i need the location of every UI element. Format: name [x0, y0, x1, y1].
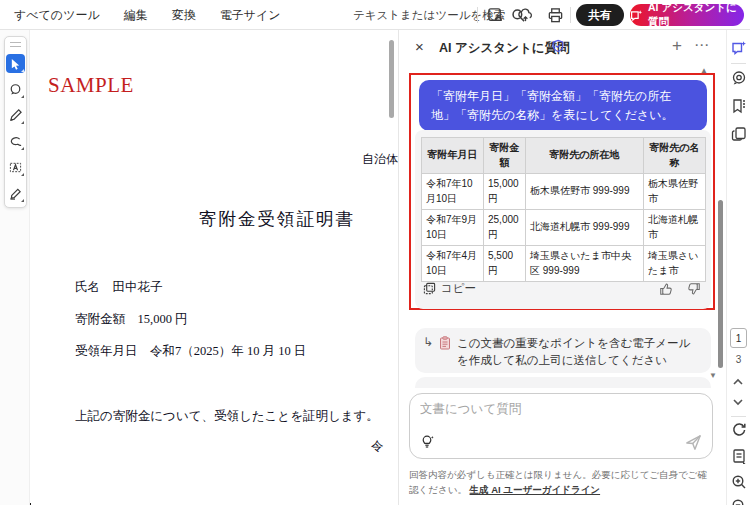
top-toolbar: すべてのツール 編集 変換 電子サイン テキストまたはツールを検索 共有 [0, 0, 750, 30]
col-header: 寄附金額 [484, 138, 526, 174]
copy-button[interactable]: コピー [423, 281, 476, 296]
table-row: 令和7年4月10日 5,500円 埼玉県さいたま市中央区 999-999 埼玉県… [422, 246, 706, 282]
copy-label: コピー [441, 281, 476, 296]
page-fit-icon[interactable] [731, 448, 747, 464]
ai-button-label: AI アシスタントに質問 [648, 1, 744, 29]
more-options-icon[interactable]: ⋯ [694, 36, 710, 54]
current-page-value: 1 [736, 333, 742, 344]
search-label: テキストまたはツールを検索 [353, 8, 505, 23]
lasso-tool-button[interactable] [6, 132, 25, 151]
send-icon[interactable] [684, 433, 703, 452]
panel-header: × AI アシスタントに質問 + ⋯ [399, 30, 726, 66]
chat-input-box [409, 393, 713, 459]
zoom-out-icon[interactable] [731, 498, 747, 505]
menu-convert[interactable]: 変換 [172, 7, 196, 24]
cell-amount: 15,000円 [484, 174, 526, 210]
new-chat-icon[interactable]: + [672, 36, 682, 56]
cell-amount: 25,000円 [484, 210, 526, 246]
ai-assistant-panel-icon[interactable] [731, 40, 747, 56]
response-actions: コピー [423, 281, 703, 303]
assistant-response-card: 寄附年月日 寄附金額 寄附先の所在地 寄附先の名称 令和7年10月10日 15,… [415, 130, 711, 309]
close-icon[interactable]: × [415, 38, 424, 55]
cell-name: 埼玉県さいたま市 [644, 246, 706, 282]
doc-corner-text: 自治体 [362, 151, 398, 168]
cell-address: 埼玉県さいたま市中央区 999-999 [526, 246, 644, 282]
cell-address: 栃木県佐野市 999-999 [526, 174, 644, 210]
document-scrollbar[interactable] [389, 40, 394, 118]
page-thumbnails-icon[interactable] [731, 126, 747, 142]
ai-assistant-button[interactable]: AI アシスタントに質問 [630, 4, 744, 26]
main-menu: すべてのツール 編集 変換 電子サイン [14, 0, 281, 30]
feedback-buttons [659, 282, 701, 296]
text-select-tool-button[interactable] [6, 158, 25, 177]
col-header: 寄附年月日 [422, 138, 484, 174]
highlighter-tool-button[interactable] [6, 184, 25, 203]
doc-partial-text: 令 [371, 438, 384, 455]
zoom-in-icon[interactable] [731, 474, 747, 490]
col-header: 寄附先の所在地 [526, 138, 644, 174]
rotate-page-icon[interactable] [731, 422, 747, 438]
menu-esign[interactable]: 電子サイン [220, 7, 281, 24]
rail-divider [731, 63, 746, 64]
scroll-up-icon[interactable]: ▲ [700, 66, 708, 75]
toolbox-drag-handle[interactable] [10, 42, 21, 47]
export-pdf-icon[interactable] [487, 7, 504, 24]
suggestion-chip-partial[interactable] [415, 377, 711, 388]
table-row: 令和7年9月10日 25,000円 北海道札幌市 999-999 北海道札幌市 [422, 210, 706, 246]
doc-date-line: 受領年月日 令和7（2025）年 10 月 10 日 [75, 343, 306, 360]
acrobat-window: すべてのツール 編集 変換 電子サイン テキストまたはツールを検索 共有 [0, 0, 750, 505]
ai-assistant-panel: × AI アシスタントに質問 + ⋯ ▲ 「寄附年月日」「寄附金額」「寄附先の所… [398, 30, 726, 505]
panel-title: AI アシスタントに質問 [439, 40, 570, 57]
shield-check-icon [551, 39, 565, 53]
right-icon-rail: 1 3 [726, 30, 750, 505]
cell-name: 北海道札幌市 [644, 210, 706, 246]
disclaimer: 回答内容が必ずしも正確とは限りません。必要に応じてご自身でご確認ください。 生成… [409, 468, 711, 497]
user-message-bubble: 「寄附年月日」「寄附金額」「寄附先の所在地」「寄附先の名称」を表にしてください。 [419, 80, 707, 131]
sample-watermark: SAMPLE [48, 73, 134, 98]
doc-statement-line: 上記の寄附金について、受領したことを証明します。 [75, 408, 379, 425]
suggestion-text: この文書の重要なポイントを含む電子メールを作成して私の上司に送信してください [457, 335, 701, 373]
thumbs-up-icon[interactable] [659, 282, 673, 296]
pen-tool-button[interactable] [6, 106, 25, 125]
doc-name-line: 氏名 田中花子 [75, 279, 163, 296]
cell-name: 栃木県佐野市 [644, 174, 706, 210]
copy-icon [423, 282, 436, 295]
comments-panel-icon[interactable] [731, 70, 747, 86]
print-icon[interactable] [547, 7, 564, 24]
col-header: 寄附先の名称 [644, 138, 706, 174]
thumbs-down-icon[interactable] [687, 282, 701, 296]
suggestion-chip[interactable]: ↳ この文書の重要なポイントを含む電子メールを作成して私の上司に送信してください [415, 328, 711, 373]
bookmarks-panel-icon[interactable] [731, 98, 747, 114]
toolbar-divider [477, 7, 478, 23]
menu-all-tools[interactable]: すべてのツール [14, 7, 100, 24]
menu-edit[interactable]: 編集 [124, 7, 148, 24]
rail-divider [731, 416, 746, 417]
document-page: SAMPLE 自治体 寄附金受領証明書 氏名 田中花子 寄附金額 15,000 … [31, 30, 398, 505]
select-tool-button[interactable] [6, 54, 25, 73]
scroll-down-icon[interactable]: ▼ [709, 371, 717, 380]
panel-scrollbar[interactable] [718, 200, 723, 368]
next-page-icon[interactable] [731, 396, 747, 412]
current-page-input[interactable]: 1 [730, 328, 747, 348]
previous-page-icon[interactable] [731, 376, 747, 392]
clipboard-icon [439, 336, 451, 373]
chat-input[interactable] [420, 401, 700, 435]
toolbar-divider [570, 7, 571, 23]
floating-toolbox [4, 36, 27, 208]
cell-date: 令和7年10月10日 [422, 174, 484, 210]
guideline-link[interactable]: 生成 AI ユーザーガイドライン [470, 484, 601, 495]
total-pages-label: 3 [727, 354, 750, 365]
cell-date: 令和7年9月10日 [422, 210, 484, 246]
table-row: 令和7年10月10日 15,000円 栃木県佐野市 999-999 栃木県佐野市 [422, 174, 706, 210]
doc-amount-line: 寄附金額 15,000 円 [75, 311, 188, 328]
cell-amount: 5,500円 [484, 246, 526, 282]
share-label: 共有 [589, 8, 612, 23]
share-button[interactable]: 共有 [576, 4, 624, 26]
cell-date: 令和7年4月10日 [422, 246, 484, 282]
sync-cloud-icon[interactable] [517, 7, 534, 24]
suggestions-bulb-icon[interactable] [419, 434, 436, 451]
donation-table: 寄附年月日 寄附金額 寄附先の所在地 寄附先の名称 令和7年10月10日 15,… [421, 137, 706, 282]
ai-sparkle-icon [630, 9, 643, 22]
left-tool-rail [0, 30, 30, 505]
comment-tool-button[interactable] [6, 80, 25, 99]
